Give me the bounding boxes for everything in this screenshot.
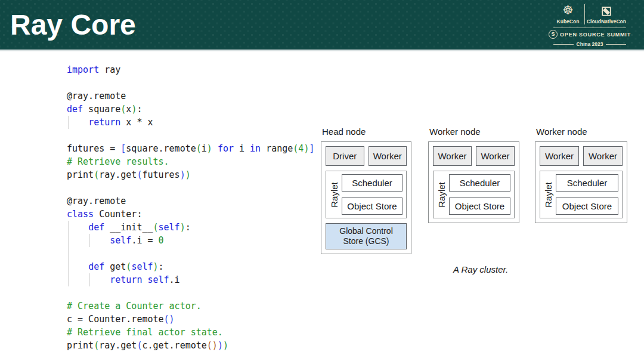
code-token: def bbox=[67, 104, 83, 115]
code-token: in bbox=[250, 143, 261, 154]
code-token: return bbox=[110, 274, 142, 285]
gcs-box: Global Control Store (GCS) bbox=[326, 223, 407, 249]
process-box: Worker bbox=[540, 146, 579, 166]
code-line: print(ray.get(c.get.remote())) bbox=[67, 339, 314, 352]
code-token: ) bbox=[180, 169, 185, 180]
logo-divider bbox=[584, 4, 585, 24]
code-token: ) bbox=[153, 261, 159, 272]
code-token: self bbox=[131, 261, 153, 272]
code-token: .i bbox=[169, 274, 180, 285]
component-box: Object Store bbox=[556, 197, 618, 215]
code-token: print bbox=[67, 340, 94, 351]
code-token: ( bbox=[196, 143, 202, 154]
code-token: : bbox=[185, 222, 191, 233]
code-token bbox=[67, 222, 88, 233]
event-logo-block: ☸ KubeCon CloudNativeCon S OPEN SOURCE S… bbox=[553, 3, 626, 47]
code-line bbox=[67, 286, 314, 300]
cloudnativecon-label: CloudNativeCon bbox=[587, 18, 626, 24]
slide-header: Ray Core ☸ KubeCon CloudNativeCon S OPEN… bbox=[0, 0, 644, 51]
code-token: ( bbox=[207, 340, 212, 351]
raylet-box: RayletSchedulerObject Store bbox=[540, 171, 623, 218]
node-box: DriverWorkerRayletSchedulerObject StoreG… bbox=[321, 141, 411, 254]
code-line: def __init__(self): bbox=[67, 221, 314, 234]
code-line: import ray bbox=[67, 63, 314, 76]
worker-node-2: Worker nodeWorkerWorkerRayletSchedulerOb… bbox=[535, 126, 627, 223]
process-row: WorkerWorker bbox=[433, 146, 515, 166]
node-box: WorkerWorkerRayletSchedulerObject Store bbox=[535, 141, 627, 223]
code-token: .i = bbox=[131, 235, 158, 246]
open-source-summit-icon: S bbox=[549, 30, 558, 39]
edition-label: China 2023 bbox=[577, 41, 603, 47]
conference-logos: ☸ KubeCon CloudNativeCon bbox=[553, 3, 626, 26]
code-token: get bbox=[104, 261, 126, 272]
code-token: # Create a Counter actor. bbox=[67, 301, 202, 311]
code-token: ( bbox=[120, 104, 126, 115]
code-token: i bbox=[202, 143, 207, 154]
kubecon-logo: ☸ KubeCon bbox=[553, 3, 583, 26]
raylet-label: Raylet bbox=[326, 171, 342, 218]
code-token: c = Counter.remote bbox=[67, 314, 164, 325]
code-token: square.remote bbox=[126, 143, 196, 154]
code-token: ( bbox=[153, 222, 159, 233]
logo-rule bbox=[553, 27, 626, 28]
code-line: # Create a Counter actor. bbox=[67, 300, 314, 313]
raylet-label: Raylet bbox=[434, 171, 449, 218]
code-token: ( bbox=[94, 169, 99, 180]
code-token bbox=[67, 235, 110, 246]
indent-guide bbox=[68, 116, 69, 129]
code-line: @ray.remote bbox=[67, 90, 314, 103]
code-token: ray.get bbox=[99, 169, 137, 180]
code-line: def square(x): bbox=[67, 103, 314, 116]
code-token bbox=[67, 261, 88, 272]
component-box: Scheduler bbox=[449, 174, 510, 192]
code-line bbox=[67, 76, 314, 90]
summit-label: OPEN SOURCE SUMMIT bbox=[560, 32, 631, 38]
code-token bbox=[67, 274, 110, 285]
component-box: Scheduler bbox=[556, 174, 618, 192]
code-token: __init__ bbox=[104, 222, 153, 233]
code-line: c = Counter.remote() bbox=[67, 313, 314, 326]
code-token: c.get.remote bbox=[142, 340, 206, 351]
cloudnativecon-icon bbox=[601, 6, 612, 17]
code-token: # Retrieve results. bbox=[67, 156, 169, 167]
code-token: self bbox=[110, 235, 131, 246]
code-token: ray.get bbox=[99, 340, 137, 351]
code-block: import ray@ray.remotedef square(x): retu… bbox=[67, 63, 314, 352]
code-token: 0 bbox=[159, 235, 164, 246]
node-box: WorkerWorkerRayletSchedulerObject Store bbox=[428, 141, 519, 223]
code-token: : bbox=[159, 261, 164, 272]
code-token: futures = bbox=[67, 143, 120, 154]
code-line: return x * x bbox=[67, 116, 314, 129]
code-token: for bbox=[218, 143, 234, 154]
code-token: @ray.remote bbox=[67, 196, 126, 206]
code-token bbox=[212, 143, 218, 154]
code-line: @ray.remote bbox=[67, 195, 314, 208]
raylet-box: RayletSchedulerObject Store bbox=[326, 171, 407, 218]
code-token: ) bbox=[218, 340, 223, 351]
kubecon-wheel-icon: ☸ bbox=[562, 4, 574, 17]
code-token: ( bbox=[94, 340, 99, 351]
code-token: [ bbox=[120, 143, 126, 154]
code-line: return self.i bbox=[67, 273, 314, 286]
code-token: ( bbox=[164, 314, 169, 325]
code-line: print(ray.get(futures)) bbox=[67, 168, 314, 181]
code-token: Counter: bbox=[94, 209, 142, 220]
code-line: # Retrieve final actor state. bbox=[67, 326, 314, 339]
indent-guide bbox=[89, 273, 90, 286]
raylet-label: Raylet bbox=[540, 171, 556, 218]
code-line bbox=[67, 129, 314, 142]
code-token: : bbox=[137, 104, 142, 115]
code-token: print bbox=[67, 169, 94, 180]
node-title: Worker node bbox=[429, 126, 519, 138]
code-token: ray bbox=[99, 64, 120, 75]
code-token: # Retrieve final actor state. bbox=[67, 327, 223, 338]
code-line bbox=[67, 247, 314, 260]
raylet-components: SchedulerObject Store bbox=[342, 171, 406, 218]
kubecon-label: KubeCon bbox=[557, 18, 580, 24]
code-token: ) bbox=[223, 340, 228, 351]
code-line: def get(self): bbox=[67, 260, 314, 273]
node-title: Head node bbox=[322, 126, 411, 138]
node-title: Worker node bbox=[536, 126, 627, 138]
code-token: ) bbox=[212, 340, 218, 351]
code-token: return bbox=[88, 117, 120, 128]
